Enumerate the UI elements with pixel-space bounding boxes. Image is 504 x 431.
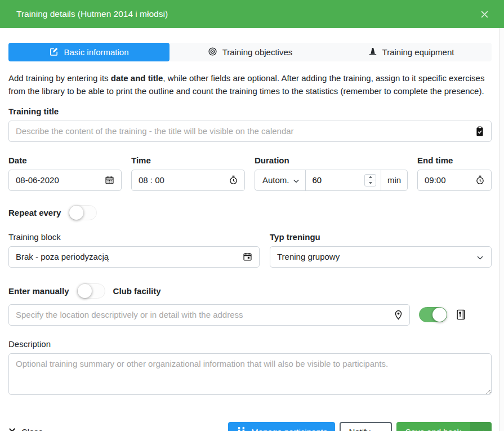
date-field [8,170,122,191]
repeat-toggle[interactable] [69,205,97,220]
training-block-label: Training block [8,232,260,242]
notify-button[interactable]: Notify [340,422,391,431]
stepper-down-icon[interactable] [365,180,376,186]
description-textarea[interactable] [8,353,492,395]
time-input[interactable] [132,175,229,185]
description-label: Description [8,339,492,349]
tab-training-objectives[interactable]: Training objectives [170,43,331,61]
map-pin-icon[interactable] [394,310,409,320]
manage-participants-button[interactable]: Manage participants [228,422,335,431]
training-title-label: Training title [8,106,492,116]
repeat-every-label: Repeat every [8,208,61,217]
chevron-up-icon [377,427,383,431]
tab-bar: Basic information Training objectives Tr… [8,43,492,61]
chevron-down-icon [293,175,299,185]
tab-label: Training equipment [382,47,454,57]
repeat-row: Repeat every [8,205,492,220]
training-type-label: Typ treningu [270,232,492,242]
training-block-input[interactable] [9,252,243,261]
modal-footer: Close Manage participants Notify Save an… [8,422,492,431]
intro-text: Add training by entering its date and ti… [8,72,492,98]
date-input[interactable] [9,175,105,185]
enter-manually-label: Enter manually [8,286,69,296]
chevron-down-icon [478,427,484,431]
location-field [8,304,410,326]
training-block-field[interactable] [8,246,260,268]
duration-label: Duration [255,155,408,165]
number-stepper [364,174,376,186]
training-type-select[interactable]: Trening grupowy [270,246,492,268]
clock-icon[interactable] [229,175,244,185]
time-label: Time [131,155,245,165]
stepper-up-icon[interactable] [365,175,376,181]
scrollbar[interactable] [499,28,504,431]
chevron-down-icon [477,252,483,261]
training-title-field [8,121,492,142]
location-input[interactable] [9,310,394,319]
duration-number [306,170,381,190]
enter-manually-toggle[interactable] [77,283,105,299]
facility-map-icon[interactable] [456,309,466,320]
location-mode-row: Enter manually Club facility [8,283,492,299]
end-time-field [417,170,492,191]
clipboard-check-icon[interactable] [475,126,491,136]
close-x-icon [8,427,16,431]
modal-title: Training details (Hutmen 2014 i młodsi) [16,9,168,19]
tab-label: Training objectives [222,47,293,57]
time-field [131,170,245,191]
end-time-input[interactable] [418,175,476,185]
end-time-label: End time [417,155,492,165]
training-details-modal: Training details (Hutmen 2014 i młodsi) … [0,0,504,431]
people-icon [236,426,247,431]
save-options-button[interactable] [470,422,492,431]
duration-unit: min [381,170,407,190]
tab-label: Basic information [64,47,128,57]
duration-field: Autom. min [255,170,408,191]
save-and-back-button[interactable]: Save and back [396,422,470,431]
edit-icon [49,47,59,58]
tab-training-equipment[interactable]: Training equipment [331,43,492,61]
clock-icon[interactable] [476,175,491,185]
close-icon[interactable] [480,10,489,19]
club-facility-label: Club facility [113,286,161,296]
target-icon [208,47,217,58]
duration-mode-select[interactable]: Autom. [255,170,306,190]
modal-header: Training details (Hutmen 2014 i młodsi) [0,0,504,28]
training-title-input[interactable] [9,126,475,136]
tab-basic-information[interactable]: Basic information [8,43,170,61]
save-split-button: Save and back [396,422,492,431]
calendar-event-icon[interactable] [243,252,259,261]
cone-icon [368,47,377,57]
club-facility-toggle[interactable] [419,307,447,322]
calendar-icon[interactable] [105,175,121,185]
date-label: Date [8,155,122,165]
close-button[interactable]: Close [8,427,43,431]
